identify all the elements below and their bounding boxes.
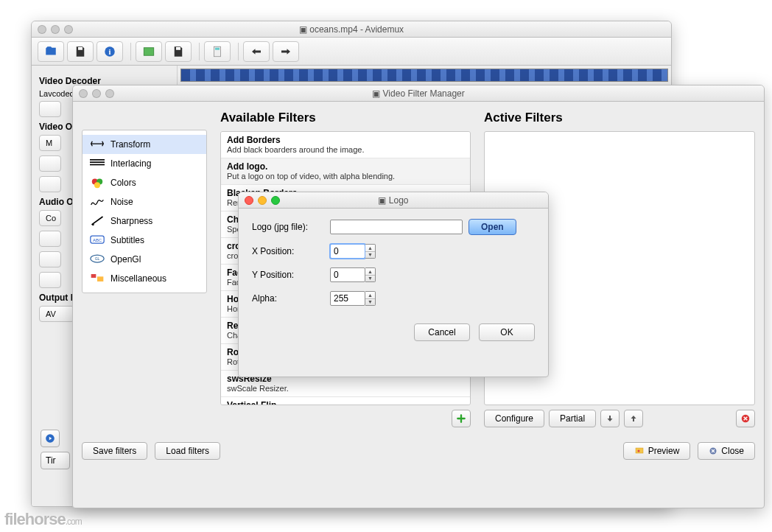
filter-desc: Add black boarders around the image. — [227, 145, 464, 154]
svg-point-20 — [742, 415, 750, 423]
category-ogl[interactable]: GLOpenGl — [83, 250, 206, 269]
configure-button[interactable]: Configure — [484, 410, 544, 427]
logo-file-input[interactable] — [330, 220, 463, 234]
svg-rect-6 — [215, 47, 220, 49]
category-label: Colors — [110, 178, 136, 188]
filter-desc: Put a logo on top of video, with alpha b… — [227, 172, 464, 181]
filter-row[interactable]: Add BordersAdd black boarders around the… — [221, 132, 470, 158]
load-filters-button[interactable]: Load filters — [155, 442, 220, 460]
main-title: oceans.mp4 - Avidemux — [309, 24, 404, 35]
alpha-stepper[interactable]: ▲▼ — [365, 291, 376, 306]
interlace-icon — [90, 158, 105, 169]
save-file-button[interactable] — [67, 41, 94, 62]
x-position-stepper[interactable]: ▲▼ — [365, 244, 376, 259]
partial-button[interactable]: Partial — [549, 410, 596, 427]
svg-rect-9 — [90, 161, 105, 163]
category-sharp[interactable]: Sharpness — [83, 211, 206, 231]
logo-app-icon: ▣ — [378, 195, 386, 206]
logo-window-controls[interactable] — [239, 196, 280, 205]
video-output-extra2[interactable] — [39, 176, 61, 192]
logo-file-label: Logo (jpg file): — [252, 222, 324, 232]
sharp-icon — [90, 215, 105, 227]
filter-row[interactable]: Vertical Flip — [221, 397, 470, 405]
x-position-label: X Position: — [252, 246, 324, 256]
video-output-button[interactable]: M — [39, 135, 61, 151]
filter-name: Add logo. — [227, 161, 464, 172]
noise-icon — [90, 196, 105, 208]
category-subs[interactable]: ABCSubtitles — [83, 231, 206, 250]
main-window-controls[interactable] — [32, 25, 73, 34]
category-interlace[interactable]: Interlacing — [83, 154, 206, 173]
close-button[interactable]: Close — [698, 442, 755, 460]
active-filters-head: Active Filters — [484, 111, 755, 125]
category-label: Subtitles — [110, 235, 144, 245]
category-label: Miscellaneous — [110, 273, 166, 284]
video-output-extra1[interactable] — [39, 155, 61, 172]
alpha-input[interactable] — [330, 291, 365, 306]
main-titlebar: ▣ oceans.mp4 - Avidemux — [32, 21, 671, 38]
category-label: Sharpness — [110, 216, 152, 226]
x-position-input[interactable] — [330, 244, 365, 259]
watermark: filehorse.com — [4, 510, 82, 529]
filter-desc: swScale Resizer. — [227, 384, 464, 393]
audio-output-button[interactable]: Co — [39, 210, 61, 226]
main-toolbar: i — [32, 38, 671, 66]
svg-point-7 — [46, 434, 55, 443]
output-format-button[interactable]: AV — [39, 306, 74, 322]
arrow-out-button[interactable] — [273, 41, 299, 62]
time-button[interactable]: Tir — [41, 452, 70, 469]
preview-button[interactable]: Preview — [623, 442, 691, 460]
ogl-icon: GL — [90, 253, 105, 265]
decoder-config-button[interactable] — [39, 101, 61, 117]
info-button[interactable]: i — [96, 41, 123, 62]
logo-dialog: ▣ Logo Logo (jpg file): Open X Position:… — [238, 192, 549, 377]
svg-point-13 — [94, 182, 100, 188]
fm-window-controls[interactable] — [73, 89, 114, 98]
misc-icon — [90, 273, 105, 284]
open-file-button[interactable]: Open — [469, 219, 516, 235]
cancel-button[interactable]: Cancel — [414, 323, 470, 341]
logo-titlebar: ▣ Logo — [239, 192, 548, 209]
svg-text:ABC: ABC — [93, 238, 102, 242]
svg-rect-19 — [97, 276, 103, 281]
arrow-in-button[interactable] — [243, 41, 270, 62]
ok-button[interactable]: OK — [479, 323, 535, 341]
colors-icon — [90, 177, 105, 189]
svg-point-22 — [637, 450, 639, 452]
y-position-label: Y Position: — [252, 270, 324, 280]
play-button[interactable] — [41, 430, 60, 447]
svg-rect-10 — [90, 164, 105, 166]
category-transform[interactable]: Transform — [83, 135, 206, 154]
fm-app-icon: ▣ — [372, 88, 380, 99]
svg-text:GL: GL — [95, 257, 100, 262]
category-colors[interactable]: Colors — [83, 173, 206, 192]
move-up-button[interactable] — [624, 410, 643, 427]
audio-output-extra2[interactable] — [39, 251, 61, 267]
fm-titlebar: ▣ Video Filter Manager — [73, 85, 764, 102]
y-position-stepper[interactable]: ▲▼ — [365, 267, 376, 282]
category-label: Transform — [110, 139, 150, 150]
alpha-label: Alpha: — [252, 293, 324, 304]
remove-filter-button[interactable] — [736, 410, 755, 427]
filter-row[interactable]: Add logo.Put a logo on top of video, wit… — [221, 158, 470, 185]
audio-output-extra1[interactable] — [39, 231, 61, 247]
save-filters-button[interactable]: Save filters — [82, 442, 147, 460]
save-image-button[interactable] — [165, 41, 192, 62]
category-label: Noise — [110, 197, 133, 207]
add-filter-button[interactable] — [452, 410, 471, 427]
available-filters-head: Available Filters — [220, 111, 471, 125]
move-down-button[interactable] — [600, 410, 620, 427]
filter-name: Add Borders — [227, 135, 464, 145]
filter-name: Vertical Flip — [227, 400, 464, 405]
image-button[interactable] — [136, 41, 162, 62]
y-position-input[interactable] — [330, 267, 365, 282]
category-misc[interactable]: Miscellaneous — [83, 269, 206, 288]
svg-rect-4 — [176, 47, 180, 50]
category-noise[interactable]: Noise — [83, 192, 206, 211]
calc-button[interactable] — [204, 41, 231, 62]
svg-text:i: i — [109, 47, 111, 55]
open-file-button[interactable] — [38, 41, 64, 62]
logo-title: Logo — [389, 195, 409, 206]
audio-output-extra3[interactable] — [39, 272, 61, 288]
category-list[interactable]: TransformInterlacingColorsNoiseSharpness… — [82, 130, 207, 293]
